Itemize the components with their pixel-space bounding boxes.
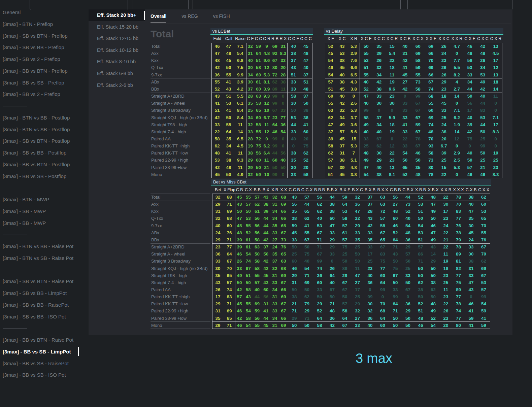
stat-cell: 62 [373, 142, 386, 149]
sidebar-item[interactable]: [3max] - BB vs SB - RaisePot [0, 358, 77, 370]
stat-cell: 29 [212, 236, 224, 243]
stat-cell: 34 [373, 121, 386, 128]
sidebar-item[interactable]: [3max] - SB vs BB - Postflop [0, 147, 77, 159]
stat-cell: 38 [336, 57, 348, 64]
stat-cell: 47 [223, 43, 234, 50]
stat-cell: 34 [437, 50, 451, 57]
stat-cell: 62 [271, 78, 279, 86]
stat-cell: 50 [463, 157, 476, 164]
stat-cell: 54 [244, 322, 253, 329]
tab-vs-fish[interactable]: vs FISH [213, 13, 230, 24]
stat-cell: 26 [235, 258, 244, 265]
stat-cell: 23 [489, 164, 502, 171]
sidebar-item[interactable]: [3max] - BTN - Preflop [0, 19, 77, 30]
stat-cell: 63 [254, 93, 262, 100]
stat-cell: 30 [364, 300, 376, 307]
sidebar-item[interactable]: [3max] - SB vs BTN - Postflop [0, 135, 77, 147]
stat-cell: 49 [476, 78, 490, 86]
stat-cell: 56 [254, 149, 262, 157]
stat-cell: 66 [279, 208, 288, 215]
stat-cell: 29 [212, 300, 224, 307]
stat-cell: 0 [489, 100, 502, 107]
sidebar-item[interactable]: [3max] - BB vs BTN - Preflop [0, 65, 77, 77]
sidebar-item[interactable]: [3max] - SB - MWP [0, 206, 77, 217]
stat-cell: 59 [411, 121, 425, 128]
stat-cell: 23 [271, 114, 279, 121]
sidebar-item[interactable]: [3max] - BB vs 2 - Preflop [0, 89, 77, 100]
sidebar-item[interactable]: [3max] - BTN vs SB - Postflop [0, 124, 77, 136]
sidebar-item[interactable]: [3max] - SB vs BB - RaisePot [0, 299, 77, 311]
sidebar-item[interactable]: [3max] - SB vs BB - ISO Pot [0, 311, 77, 323]
sidebar-item[interactable]: [3max] - SB vs BB - Preflop [0, 42, 77, 54]
sidebar-item[interactable]: [3max] - BTN vs SB - Raise Pot [0, 252, 77, 264]
tab-vs-reg[interactable]: vs REG [181, 13, 198, 24]
sidebar-item[interactable]: [3max] - BTN vs BB - Raise Pot [0, 241, 77, 252]
stat-cell: 58 [253, 236, 261, 243]
stack-size-item[interactable]: Eff. Stack 8-10 bb [89, 56, 145, 68]
stat-cell: 56 [389, 194, 402, 201]
stat-cell: 7.5 [234, 64, 246, 71]
stat-cell: 48 [402, 229, 414, 236]
stat-cell: 34 [476, 64, 490, 71]
stack-size-item[interactable]: Eff. Stack 20 bb+ [89, 9, 145, 21]
stat-cell: 42 [373, 78, 386, 86]
stat-cell: 44 [476, 100, 490, 107]
stack-size-item[interactable]: Eff. Stack 6-8 bb [89, 68, 145, 79]
stack-size-item[interactable]: Eff. Stack 15-20 bb [89, 21, 145, 33]
stat-cell: 47 [351, 272, 364, 279]
stat-cell: 79 [452, 236, 465, 243]
sidebar-item[interactable]: [3max] - SB vs BTN - Preflop [0, 30, 77, 42]
stat-cell: 47 [325, 121, 336, 128]
sidebar-item[interactable]: [3max] - BTN vs BB - Postflop [0, 112, 77, 124]
stat-cell: 5.3 [348, 107, 360, 114]
stat-cell: 47 [465, 279, 477, 286]
tab-bar-divider [151, 24, 511, 24]
stack-size-item[interactable]: Eff. Stack 12-15 bb [89, 33, 145, 44]
sidebar-item[interactable]: [3max] - BB vs SB - Preflop [0, 77, 77, 89]
sidebar-item[interactable]: [3max] - BB vs SB - LimpPot [0, 346, 77, 358]
stat-cell: 50 [399, 157, 412, 164]
toolbar-field-4[interactable] [407, 0, 512, 10]
stat-cell: 83 [452, 208, 465, 215]
tab-overall[interactable]: Overall [151, 13, 166, 24]
stack-size-item[interactable]: Eff. Stack 10-12 bb [89, 44, 145, 56]
sidebar-item[interactable]: [3max] - SB vs BB - LimpPot [0, 287, 77, 299]
sidebar-item[interactable]: [3max] - BB vs SB - ISO Pot [0, 369, 77, 381]
stat-cell: 27 [270, 236, 279, 243]
sidebar-item[interactable]: [3max] - SB vs BTN - Raise Pot [0, 276, 77, 287]
sidebar-item[interactable]: General [0, 7, 77, 19]
stat-cell: 43 [211, 93, 223, 100]
sidebar-item[interactable]: [3max] - BB - MWP [0, 217, 77, 229]
sidebar-item[interactable]: [3max] - BTN - MWP [0, 194, 77, 206]
stat-cell: 33 [373, 93, 386, 100]
stat-cell: 67 [313, 250, 326, 258]
stat-cell: 50 [244, 208, 253, 215]
stat-cell: 38 [465, 258, 477, 265]
column-header-row: BetX FlopC-BC-XB-BB-XX-BX-XC-C-BC-C-XB-B… [212, 186, 490, 194]
stat-cell: 11 [234, 149, 246, 157]
sidebar-item[interactable]: [3max] - BB vs BTN - Postflop [0, 159, 77, 171]
stat-cell: 54 [427, 322, 440, 329]
stat-cell: 36 [364, 279, 376, 286]
sidebar-item[interactable]: [3max] - SB vs 2 - Preflop [0, 54, 77, 65]
stat-cell: 33 [364, 243, 376, 250]
sidebar-item[interactable]: [3max] - BB vs BTN - Raise Pot [0, 334, 77, 346]
stat-cell: 34 [373, 71, 386, 78]
stat-cell: 44 [262, 222, 270, 229]
toolbar-field-3[interactable] [193, 0, 401, 10]
stat-cell: 46 [389, 222, 402, 229]
stat-cell: 0 [364, 286, 376, 293]
row-label: Straight A+2BRD [151, 93, 185, 100]
column-header: X-C [336, 35, 348, 42]
sidebar-item[interactable]: [3max] - BB vs SB - Postflop [0, 171, 77, 182]
stack-size-item[interactable]: Eff. Stack 2-6 bb [89, 79, 145, 91]
stat-cell: 71 [326, 300, 339, 307]
toolbar-field-2[interactable] [133, 0, 189, 10]
stat-cell: 34 [463, 78, 476, 86]
stat-cell: 47 [351, 208, 364, 215]
stat-cell: 12 [263, 128, 271, 135]
stat-cell: 75 [301, 250, 313, 258]
stat-cell: 49 [360, 121, 373, 128]
stat-cell: 38 [336, 78, 348, 86]
stat-cell: 43 [288, 194, 301, 201]
